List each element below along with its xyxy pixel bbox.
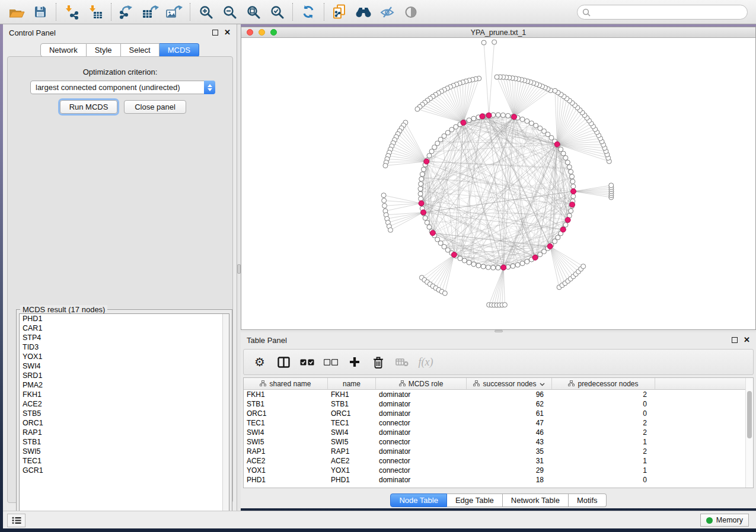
graph-leaf-node[interactable]: [383, 164, 388, 168]
graph-hub-node[interactable]: [451, 252, 457, 257]
graph-hub-node[interactable]: [570, 202, 575, 207]
search-network-icon[interactable]: [352, 2, 375, 22]
graph-hub-node[interactable]: [501, 265, 506, 270]
cell-predecessor-nodes[interactable]: 2: [552, 390, 655, 399]
table-row[interactable]: SWI4SWI4dominator462: [244, 428, 753, 437]
graph-node[interactable]: [525, 118, 529, 123]
graph-node[interactable]: [569, 169, 573, 174]
graph-node[interactable]: [418, 191, 423, 196]
mcds-result-item[interactable]: SWI4: [20, 361, 229, 371]
network-window-titlebar[interactable]: YPA_prune.txt_1: [241, 27, 755, 38]
unselect-all-columns-icon[interactable]: [323, 354, 339, 370]
hide-panel-icon[interactable]: [375, 2, 399, 22]
graph-node[interactable]: [500, 113, 505, 117]
cell-name[interactable]: ORC1: [328, 409, 376, 418]
graph-node[interactable]: [570, 174, 575, 179]
mcds-result-item[interactable]: CAR1: [20, 323, 229, 333]
graph-node[interactable]: [419, 181, 423, 186]
cell-name[interactable]: FKH1: [328, 390, 376, 399]
mcds-result-item[interactable]: FKH1: [20, 390, 229, 399]
mcds-result-item[interactable]: STP4: [20, 333, 229, 342]
graph-node[interactable]: [458, 256, 462, 261]
table-row[interactable]: SWI5SWI5connector431: [244, 437, 753, 447]
mcds-result-item[interactable]: STB5: [20, 409, 229, 418]
cell-name[interactable]: SWI5: [328, 437, 376, 447]
cell-shared-name[interactable]: PHD1: [244, 475, 328, 485]
graph-node[interactable]: [520, 117, 525, 121]
graph-node[interactable]: [467, 118, 471, 123]
cell-predecessor-nodes[interactable]: 2: [552, 418, 655, 428]
zoom-selected-icon[interactable]: [265, 2, 289, 22]
save-session-icon[interactable]: [28, 2, 52, 22]
cell-name[interactable]: TEC1: [328, 418, 376, 428]
graph-node[interactable]: [471, 262, 476, 267]
graph-node[interactable]: [506, 113, 511, 118]
cell-MCDS-role[interactable]: connector: [376, 437, 467, 447]
graph-node[interactable]: [570, 179, 575, 184]
cell-MCDS-role[interactable]: dominator: [376, 428, 467, 437]
float-panel-icon[interactable]: [212, 30, 218, 36]
graph-leaf-node[interactable]: [581, 264, 586, 269]
mcds-result-item[interactable]: GCR1: [20, 466, 229, 475]
graph-node[interactable]: [481, 264, 486, 269]
graph-node[interactable]: [432, 145, 437, 150]
graph-node[interactable]: [563, 155, 568, 160]
column-header-predecessor-nodes[interactable]: predecessor nodes: [552, 378, 655, 390]
table-row[interactable]: ACE2ACE2connector311: [244, 456, 753, 466]
clone-network-icon[interactable]: [328, 2, 352, 22]
cell-successor-nodes[interactable]: 43: [467, 437, 552, 447]
cell-name[interactable]: RAP1: [328, 447, 376, 456]
cell-name[interactable]: YOX1: [328, 466, 376, 475]
show-panels-list-button[interactable]: [7, 514, 25, 527]
graph-node[interactable]: [454, 124, 458, 129]
graph-node[interactable]: [491, 265, 496, 270]
cell-shared-name[interactable]: ACE2: [244, 456, 328, 466]
graph-node[interactable]: [496, 265, 500, 270]
column-header-shared-name[interactable]: shared name: [244, 378, 328, 390]
graph-leaf-node[interactable]: [442, 291, 447, 296]
mcds-result-item[interactable]: RAP1: [20, 428, 229, 437]
graph-node[interactable]: [559, 147, 563, 152]
table-row[interactable]: PHD1PHD1dominator180: [244, 475, 753, 485]
graph-node[interactable]: [486, 265, 490, 270]
mcds-result-item[interactable]: TEC1: [20, 456, 229, 466]
optimization-criterion-select[interactable]: largest connected component (undirected): [30, 81, 215, 94]
graph-node[interactable]: [525, 259, 529, 264]
graph-node[interactable]: [427, 153, 432, 158]
graph-node[interactable]: [418, 187, 423, 191]
graph-node[interactable]: [419, 177, 424, 181]
cell-predecessor-nodes[interactable]: 1: [552, 466, 655, 475]
cell-MCDS-role[interactable]: dominator: [376, 409, 467, 418]
cell-successor-nodes[interactable]: 29: [467, 466, 552, 475]
delete-column-trash-icon[interactable]: [371, 354, 386, 370]
graph-hub-node[interactable]: [420, 210, 426, 215]
graph-hub-node[interactable]: [480, 114, 485, 119]
select-all-columns-icon[interactable]: [299, 354, 315, 370]
tab-select[interactable]: Select: [121, 43, 160, 57]
graph-leaf-node[interactable]: [415, 107, 420, 111]
import-network-icon[interactable]: [60, 2, 84, 22]
zoom-fit-icon[interactable]: [241, 2, 265, 22]
table-row[interactable]: YOX1YOX1connector291: [244, 466, 753, 475]
graph-leaf-node[interactable]: [609, 183, 614, 188]
graph-node[interactable]: [421, 167, 426, 172]
table-row[interactable]: TEC1TEC1connector472: [244, 418, 753, 428]
graph-node[interactable]: [511, 264, 515, 268]
cell-name[interactable]: SWI4: [328, 428, 376, 437]
graph-hub-node[interactable]: [430, 230, 435, 236]
search-box[interactable]: [577, 5, 748, 20]
table-row[interactable]: FKH1FKH1dominator962: [244, 390, 753, 399]
table-scrollbar-thumb[interactable]: [747, 391, 752, 438]
cell-name[interactable]: STB1: [328, 399, 376, 409]
graph-node[interactable]: [427, 225, 432, 229]
cell-shared-name[interactable]: SWI4: [244, 428, 328, 437]
cell-shared-name[interactable]: YOX1: [244, 466, 328, 475]
graph-hub-node[interactable]: [547, 243, 553, 249]
graph-node[interactable]: [529, 121, 534, 126]
column-header-successor-nodes[interactable]: successor nodes: [467, 378, 552, 390]
cell-predecessor-nodes[interactable]: 1: [552, 456, 655, 466]
graph-node[interactable]: [476, 263, 481, 268]
tab-network-table[interactable]: Network Table: [503, 493, 569, 507]
cell-successor-nodes[interactable]: 31: [467, 456, 552, 466]
cell-shared-name[interactable]: SWI5: [244, 437, 328, 447]
